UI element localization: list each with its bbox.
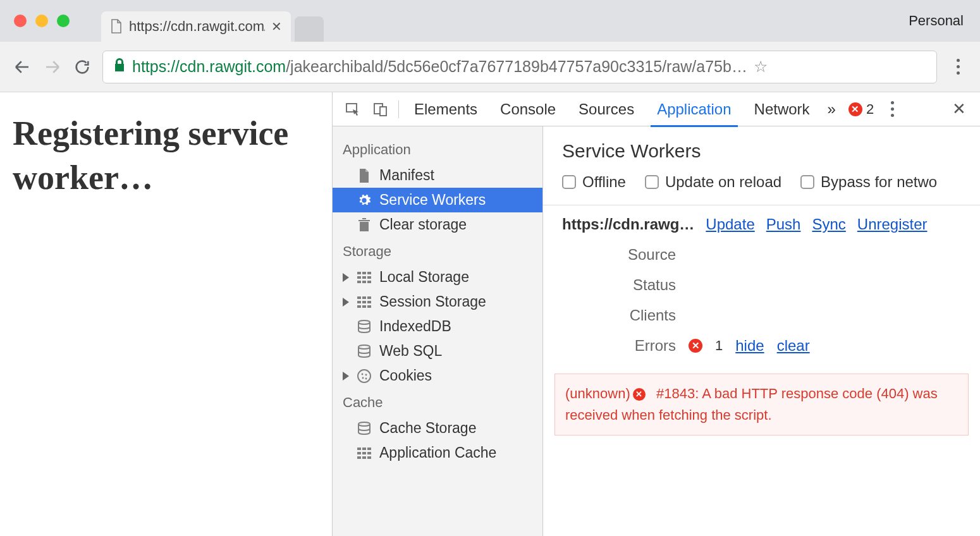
sw-sync-link[interactable]: Sync [812,216,845,233]
update-on-reload-checkbox[interactable]: Update on reload [645,173,781,191]
sidebar-item-label: Manifest [379,167,434,184]
tab-network[interactable]: Network [743,92,821,126]
sidebar-item-label: Service Workers [379,192,486,209]
window-minimize-icon[interactable] [35,15,48,27]
tab-application[interactable]: Application [646,92,742,126]
sw-update-link[interactable]: Update [706,216,754,233]
clear-errors-link[interactable]: clear [777,337,810,355]
window-close-icon[interactable] [14,15,27,27]
sw-origin: https://cdn.rawg… [562,216,694,233]
sidebar-item-label: Clear storage [379,216,467,233]
expand-icon [343,273,349,282]
devtools-close-icon[interactable]: ✕ [945,99,974,119]
error-icon: ✕ [689,339,702,353]
svg-point-7 [365,374,367,375]
tab-sources[interactable]: Sources [567,92,646,126]
sidebar-item-label: Application Cache [379,444,496,461]
page-heading: Registering service worker… [13,111,319,200]
tab-title: https://cdn.rawgit.com/jakearcl [129,18,265,35]
url-scheme: https:// [132,58,180,76]
sidebar-group-header: Cache [333,388,542,416]
back-button[interactable] [13,58,32,76]
forward-button [43,58,62,76]
svg-rect-2 [380,107,386,116]
tab-elements[interactable]: Elements [403,92,489,126]
sw-push-link[interactable]: Push [766,216,801,233]
db-icon [357,344,372,358]
address-bar[interactable]: https://cdn.rawgit.com/jakearchibald/5dc… [102,51,937,83]
svg-point-4 [358,345,370,349]
sidebar-item-manifest[interactable]: Manifest [333,163,542,188]
db-icon [357,422,372,436]
browser-tab[interactable]: https://cdn.rawgit.com/jakearcl ✕ [101,11,291,42]
page-content: Registering service worker… [0,92,332,536]
sidebar-item-session-storage[interactable]: Session Storage [333,289,542,314]
label-source: Source [562,246,689,264]
sidebar-item-label: Session Storage [379,293,486,310]
sidebar-item-label: Web SQL [379,343,442,360]
grid-icon [357,272,372,283]
sidebar-item-label: Local Storage [379,269,469,286]
label-clients: Clients [562,307,689,324]
offline-checkbox[interactable]: Offline [562,173,626,191]
sidebar-item-service-workers[interactable]: Service Workers [333,188,542,212]
sidebar-item-local-storage[interactable]: Local Storage [333,265,542,289]
tab-close-icon[interactable]: ✕ [271,19,282,34]
gear-icon [357,193,372,207]
error-indicator[interactable]: ✕ 2 [848,101,874,118]
lock-icon [113,58,126,76]
svg-point-3 [358,320,370,324]
trash-icon [357,218,372,232]
error-count: 2 [866,101,874,118]
grid-icon [357,448,372,459]
reload-button[interactable] [73,58,91,76]
db-icon [357,320,372,334]
new-tab-button[interactable] [295,16,324,42]
error-icon: ✕ [848,102,862,116]
svg-point-10 [358,422,370,426]
expand-icon [343,372,349,381]
grid-icon [357,296,372,308]
sw-error-count: 1 [715,338,723,354]
svg-point-9 [365,377,367,379]
sidebar-item-indexeddb[interactable]: IndexedDB [333,314,542,339]
sw-unregister-link[interactable]: Unregister [857,216,928,233]
sidebar-item-cookies[interactable]: Cookies [333,363,542,388]
device-toggle-icon[interactable] [367,102,395,117]
tab-console[interactable]: Console [489,92,567,126]
sidebar-item-label: IndexedDB [379,318,451,335]
page-icon [110,19,123,34]
sidebar-item-cache-storage[interactable]: Cache Storage [333,416,542,441]
profile-label[interactable]: Personal [909,13,964,29]
url-host: cdn.rawgit.com [180,58,286,76]
svg-point-6 [362,373,364,375]
error-message: (unknown)✕ #1843: A bad HTTP response co… [554,374,969,436]
tabs-overflow-icon[interactable]: » [821,100,842,118]
sidebar-group-header: Application [333,135,542,163]
url-path: /jakearchibald/5dc56e0cf7a7677189b47757a… [286,58,747,76]
sidebar-item-application-cache[interactable]: Application Cache [333,441,542,465]
svg-point-5 [358,370,371,382]
file-icon [357,168,372,183]
svg-point-8 [362,377,364,379]
devtools-menu-icon[interactable] [883,101,902,117]
cookie-icon [357,369,372,383]
sidebar-item-label: Cookies [379,367,432,384]
inspect-icon[interactable] [339,102,367,117]
sidebar-item-label: Cache Storage [379,420,476,437]
label-errors: Errors [562,337,689,355]
label-status: Status [562,276,689,294]
window-zoom-icon[interactable] [57,15,70,27]
expand-icon [343,298,349,307]
sidebar-item-clear-storage[interactable]: Clear storage [333,212,542,237]
hide-errors-link[interactable]: hide [735,337,764,355]
bookmark-icon[interactable]: ☆ [754,58,768,76]
sidebar-item-web-sql[interactable]: Web SQL [333,339,542,363]
bypass-network-checkbox[interactable]: Bypass for netwo [800,173,937,191]
chrome-menu-icon[interactable] [948,59,967,75]
panel-title: Service Workers [543,126,980,173]
sidebar-group-header: Storage [333,237,542,265]
